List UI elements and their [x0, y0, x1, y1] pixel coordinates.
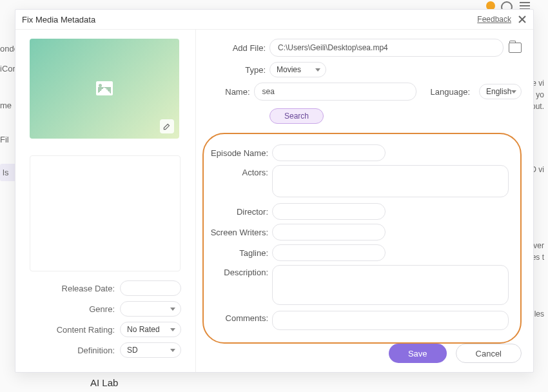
type-label: Type: [202, 65, 269, 75]
type-select[interactable]: Movies [269, 62, 326, 77]
content-rating-label: Content Rating: [30, 325, 120, 335]
name-label: Name: [202, 87, 254, 97]
image-icon [96, 81, 113, 95]
chevron-down-icon [170, 328, 175, 331]
comments-label: Comments: [205, 311, 272, 323]
language-label: Language: [431, 87, 474, 97]
content-rating-value: No Rated [127, 325, 160, 334]
name-input[interactable] [254, 83, 416, 101]
add-file-label: Add File: [202, 43, 269, 53]
bottom-fragment: AI Lab [90, 377, 118, 388]
close-icon[interactable] [518, 15, 527, 24]
content-rating-select[interactable]: No Rated [120, 322, 181, 337]
modal-titlebar: Fix Media Metadata Feedback [15, 10, 533, 30]
add-file-input[interactable] [269, 39, 504, 57]
actors-input[interactable] [272, 165, 509, 197]
definition-select[interactable]: SD [120, 342, 181, 358]
genre-select[interactable] [120, 301, 181, 317]
chevron-down-icon [315, 68, 320, 72]
episode-name-input[interactable] [272, 144, 386, 161]
screen-writers-input[interactable] [272, 224, 386, 240]
chevron-down-icon [170, 349, 175, 352]
type-value: Movies [277, 65, 301, 74]
results-box [30, 155, 181, 271]
language-value: English [486, 87, 511, 96]
description-label: Description: [205, 265, 272, 277]
definition-label: Definition: [30, 346, 120, 355]
feedback-link[interactable]: Feedback [477, 15, 511, 24]
tagline-input[interactable] [272, 244, 386, 261]
definition-value: SD [127, 346, 138, 355]
pencil-icon [162, 122, 171, 131]
media-thumbnail [30, 39, 179, 139]
director-label: Director: [205, 207, 272, 217]
chevron-down-icon [511, 90, 516, 93]
folder-icon[interactable] [509, 43, 522, 53]
edit-thumbnail-button[interactable] [160, 119, 174, 133]
chevron-down-icon [170, 308, 175, 311]
search-button[interactable]: Search [269, 108, 324, 124]
language-select[interactable]: English [479, 84, 522, 99]
genre-label: Genre: [30, 304, 120, 314]
cancel-button[interactable]: Cancel [456, 344, 522, 363]
left-pane: Release Date: Genre: Content Rating: [15, 30, 196, 372]
description-input[interactable] [272, 265, 509, 305]
actors-label: Actors: [205, 165, 272, 177]
fix-metadata-modal: Fix Media Metadata Feedback Release Date… [15, 9, 534, 373]
screen-writers-label: Screen Writers: [205, 228, 272, 237]
modal-title: Fix Media Metadata [22, 15, 477, 24]
release-date-label: Release Date: [30, 284, 120, 293]
director-input[interactable] [272, 203, 386, 220]
release-date-input[interactable] [120, 280, 181, 296]
episode-name-label: Episode Name: [205, 148, 272, 158]
comments-input[interactable] [272, 311, 509, 330]
save-button[interactable]: Save [389, 344, 447, 363]
tagline-label: Tagline: [205, 248, 272, 258]
right-pane: Add File: Type: Movies Name: [196, 30, 533, 372]
metadata-fields-group: Episode Name: Actors: Director: Screen W… [202, 133, 522, 344]
